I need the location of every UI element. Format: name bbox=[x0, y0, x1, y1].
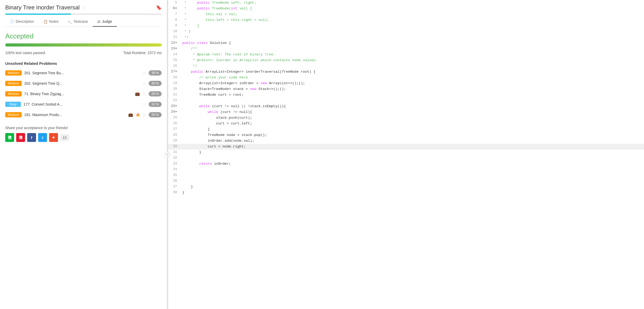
panel-content: Accepted 100% test cases passed. Total R… bbox=[0, 27, 167, 309]
collapse-button[interactable]: › bbox=[165, 151, 171, 158]
line-number: 36 bbox=[168, 178, 181, 184]
tab-notes-label: Notes bbox=[49, 19, 59, 24]
tab-judge-label: Judge bbox=[102, 19, 112, 24]
list-item: Easy 177. Convert Sorted A... ☆ 32 % bbox=[5, 101, 162, 108]
tab-notes[interactable]: 📋 Notes bbox=[39, 17, 63, 27]
tab-testcase[interactable]: >_ Testcase bbox=[63, 17, 93, 27]
accepted-label: Accepted bbox=[5, 32, 162, 40]
problem-name[interactable]: 201. Segment Tree Bu... bbox=[24, 71, 140, 75]
tab-testcase-label: Testcase bbox=[73, 19, 88, 24]
line-content: while (curt != null){ bbox=[181, 109, 644, 115]
list-item: Medium 71. Binary Tree Zigzag... 💼 ☆ 29 … bbox=[5, 90, 162, 98]
line-number: 7 bbox=[168, 12, 181, 17]
line-content: } bbox=[181, 127, 644, 132]
line-content: public ArrayList<Integer> inorderTravers… bbox=[181, 69, 644, 75]
progress-bar bbox=[5, 14, 71, 15]
problem-name[interactable]: 177. Convert Sorted A... bbox=[24, 102, 140, 106]
line-content: public class Solution { bbox=[181, 40, 644, 46]
code-line: 35 bbox=[168, 173, 644, 178]
section-title: Unsolved Related Problems bbox=[5, 61, 162, 66]
tab-judge[interactable]: ⚖ Judge bbox=[93, 17, 117, 27]
twitter-button[interactable]: t bbox=[38, 133, 47, 142]
add-button[interactable]: + bbox=[49, 133, 58, 142]
percent-badge: 32 % bbox=[149, 102, 162, 107]
weibo-icon: 微 bbox=[19, 135, 23, 140]
share-text: Share your acceptance to your friends! bbox=[5, 126, 162, 130]
code-line: 6▾ * public TreeNode(int val) { bbox=[168, 6, 644, 12]
briefcase-icon: 💼 bbox=[128, 112, 133, 117]
list-item: Medium 201. Segment Tree Bu... ☆ 38 % bbox=[5, 69, 162, 77]
problem-title-row: Binary Tree Inorder Traversal ☆ 🔖 bbox=[5, 4, 162, 11]
line-content: inOrder.add(node.val); bbox=[181, 138, 644, 144]
wechat-icon: 微 bbox=[8, 135, 12, 140]
line-content bbox=[181, 98, 644, 104]
code-line: 36 bbox=[168, 178, 644, 184]
line-content: return inOrder; bbox=[181, 161, 644, 167]
twitter-icon: t bbox=[42, 135, 43, 140]
line-number: 37 bbox=[168, 184, 181, 190]
star-icon[interactable]: ☆ bbox=[143, 112, 146, 117]
percent-badge: 29 % bbox=[149, 91, 162, 96]
add-icon: + bbox=[52, 135, 55, 141]
line-number: 26 bbox=[168, 121, 181, 127]
wechat-button[interactable]: 微 bbox=[5, 133, 14, 142]
star-icon[interactable]: ☆ bbox=[143, 91, 146, 96]
line-content: */ bbox=[181, 35, 644, 40]
code-line: 30 curt = node.right; bbox=[168, 144, 644, 150]
runtime-stat: Total Runtime: 2372 ms bbox=[123, 51, 162, 55]
code-line: 8 * this.left = this.right = null; bbox=[168, 17, 644, 23]
problem-name[interactable]: 191. Maximum Produ... bbox=[24, 113, 126, 117]
problem-name[interactable]: 71. Binary Tree Zigzag... bbox=[24, 92, 132, 96]
line-number: 8 bbox=[168, 17, 181, 23]
code-line: 18 // write your code here bbox=[168, 75, 644, 81]
line-content: * this.left = this.right = null; bbox=[181, 17, 644, 23]
code-editor[interactable]: 5 * public TreeNode left, right;6▾ * pub… bbox=[168, 0, 644, 309]
line-content bbox=[181, 167, 644, 173]
tab-description-label: Description bbox=[16, 19, 34, 24]
line-content bbox=[181, 155, 644, 161]
code-line: 31 } bbox=[168, 150, 644, 155]
code-line: 26 curt = curt.left; bbox=[168, 121, 644, 127]
star-icon[interactable]: ☆ bbox=[143, 71, 146, 75]
code-line: 17▾ public ArrayList<Integer> inorderTra… bbox=[168, 69, 644, 75]
problem-name[interactable]: 202. Segment Tree Q... bbox=[24, 81, 140, 85]
code-line: 13▾ /** bbox=[168, 46, 644, 52]
line-content: */ bbox=[181, 63, 644, 69]
line-number: 38 bbox=[168, 190, 181, 196]
facebook-button[interactable]: f bbox=[27, 133, 36, 142]
line-number: 16 bbox=[168, 63, 181, 69]
star-icon[interactable]: ☆ bbox=[82, 5, 86, 10]
line-content: * public TreeNode left, right; bbox=[181, 0, 644, 6]
line-content bbox=[181, 178, 644, 184]
flame-icon: 🔥 bbox=[136, 113, 140, 117]
right-panel: 5 * public TreeNode left, right;6▾ * pub… bbox=[168, 0, 644, 309]
progress-bar-container bbox=[5, 14, 162, 15]
difficulty-badge: Medium bbox=[5, 81, 22, 86]
line-number: 21 bbox=[168, 92, 181, 98]
code-line: 11 */ bbox=[168, 35, 644, 40]
weibo-button[interactable]: 微 bbox=[16, 133, 25, 142]
line-content: /** bbox=[181, 46, 644, 52]
left-panel: Binary Tree Inorder Traversal ☆ 🔖 📄 Desc… bbox=[0, 0, 167, 309]
code-line: 5 * public TreeNode left, right; bbox=[168, 0, 644, 6]
panel-divider[interactable]: › bbox=[167, 0, 168, 309]
line-content: * this.val = val; bbox=[181, 12, 644, 17]
line-number: 17▾ bbox=[168, 69, 181, 75]
code-line: 23▾ while (curt != null || !stack.isEmpt… bbox=[168, 104, 644, 109]
tab-description[interactable]: 📄 Description bbox=[5, 17, 39, 27]
line-content bbox=[181, 173, 644, 178]
code-line: 28 TreeNode node = stack.pop(); bbox=[168, 132, 644, 138]
difficulty-badge: Medium bbox=[5, 70, 22, 76]
star-icon[interactable]: ☆ bbox=[143, 81, 146, 86]
star-icon[interactable]: ☆ bbox=[143, 102, 146, 107]
line-number: 20 bbox=[168, 86, 181, 92]
code-line: 16 */ bbox=[168, 63, 644, 69]
description-icon: 📄 bbox=[10, 20, 14, 24]
line-content: } bbox=[181, 190, 644, 196]
line-content: curt = curt.left; bbox=[181, 121, 644, 127]
line-content: curt = node.right; bbox=[181, 144, 644, 150]
notes-icon: 📋 bbox=[43, 20, 48, 24]
line-number: 12▾ bbox=[168, 40, 181, 46]
bookmark-icon[interactable]: 🔖 bbox=[156, 5, 162, 10]
line-content: * @param root: The root of binary tree. bbox=[181, 52, 644, 58]
